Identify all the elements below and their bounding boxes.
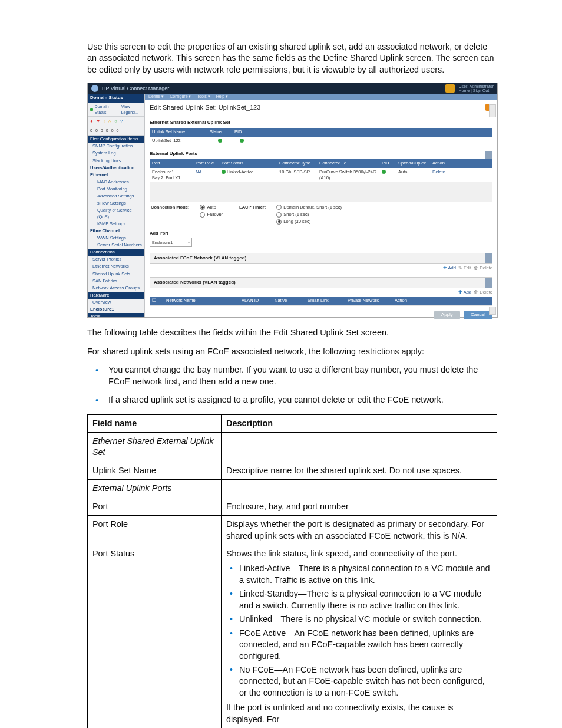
major-icon: ▼ xyxy=(96,118,101,125)
menu-define[interactable]: Define ▾ xyxy=(148,94,164,99)
col-status: Status xyxy=(207,128,232,136)
sidebar-item-snmp[interactable]: SNMP Configuration xyxy=(88,143,144,150)
menu-tools[interactable]: Tools ▾ xyxy=(197,94,210,99)
radio-lacp-domain[interactable]: Domain Default, Short (1 sec) xyxy=(276,205,342,210)
sidebar-item-overview[interactable]: Overview xyxy=(88,299,144,306)
sidebar: Domain Status Domain Status View Legend.… xyxy=(88,94,145,317)
radio-lacp-long[interactable]: Long (30 sec) xyxy=(276,219,342,225)
col-port: Port xyxy=(150,159,193,167)
net-add-link[interactable]: Add xyxy=(464,289,471,295)
restriction-item: If a shared uplink set is assigned to a … xyxy=(108,394,497,406)
col-speed: Speed/Duplex xyxy=(396,159,430,167)
app-title-bar: HP Virtual Connect Manager User: Adminis… xyxy=(88,83,497,94)
fcoe-add-link[interactable]: Add xyxy=(448,265,455,271)
scrollbar-up-icon[interactable] xyxy=(489,104,496,117)
sidebar-item-portmon[interactable]: Port Monitoring xyxy=(88,186,144,193)
chevron-down-icon: ▾ xyxy=(188,240,190,245)
restrictions-lead-paragraph: For shared uplink sets using an FCoE ass… xyxy=(87,346,497,357)
scrollbar-down-icon[interactable] xyxy=(489,307,496,315)
port-status-list: Linked-Active—There is a physical connec… xyxy=(226,563,492,699)
sidebar-item-users[interactable]: Users/Authentication xyxy=(88,164,144,172)
col-uplink-name: Uplink Set Name xyxy=(150,128,207,136)
port-status-item: No FCoE—An FCoE network has been defined… xyxy=(239,664,492,699)
port-status-item: FCoE Active—An FCoE network has been def… xyxy=(239,628,492,662)
add-port-combo[interactable]: Enclosure1▾ xyxy=(150,238,192,247)
sidebar-item-ethernet[interactable]: Ethernet xyxy=(88,172,144,179)
menu-help[interactable]: Help ▾ xyxy=(216,94,228,99)
delete-link[interactable]: Delete xyxy=(430,168,451,182)
radio-failover[interactable]: Failover xyxy=(200,212,223,218)
td-field-name: Port xyxy=(88,498,222,515)
sidebar-item-wwn[interactable]: WWN Settings xyxy=(88,235,144,242)
ext-ports-title: External Uplink Ports xyxy=(150,151,485,157)
intro-paragraph: Use this screen to edit the properties o… xyxy=(87,41,497,75)
app-screenshot: HP Virtual Connect Manager User: Adminis… xyxy=(87,83,498,318)
status-ok-icon xyxy=(218,139,222,143)
critical-icon: ● xyxy=(90,118,93,125)
sidebar-item-sflow[interactable]: sFlow Settings xyxy=(88,200,144,207)
port-status-tail: If the port is unlinked and no connectiv… xyxy=(226,702,492,725)
sidebar-item-profiles[interactable]: Server Profiles xyxy=(88,256,144,263)
sidebar-tools-head: Tools xyxy=(88,313,144,317)
ext-ports-panel: External Uplink Ports Port Port Role Por… xyxy=(150,151,492,248)
sidebar-item-enclosure1[interactable]: Enclosure1 xyxy=(88,306,144,313)
sidebar-hardware-head: Hardware xyxy=(88,292,144,299)
col-port-status: Port Status xyxy=(219,159,277,167)
sidebar-item-eth-nets[interactable]: Ethernet Networks xyxy=(88,263,144,270)
sidebar-item-advanced[interactable]: Advanced Settings xyxy=(88,193,144,200)
sidebar-connections-head: Connections xyxy=(88,249,144,256)
radio-auto[interactable]: Auto xyxy=(200,205,223,210)
checkbox-header-icon[interactable]: ☐ xyxy=(152,298,156,303)
sidebar-item-igmp[interactable]: IGMP Settings xyxy=(88,220,144,228)
sidebar-item-san[interactable]: SAN Fabrics xyxy=(88,278,144,285)
eth-set-title: Ethernet Shared External Uplink Set xyxy=(150,120,492,126)
sidebar-item-stacking[interactable]: Stacking Links xyxy=(88,157,144,164)
td-desc: Shows the link status, link speed, and c… xyxy=(222,545,497,729)
collapse-icon[interactable] xyxy=(485,151,492,159)
col-pid2: PID xyxy=(379,159,396,167)
cell-uplink-name[interactable]: UplinkSet_123 xyxy=(150,137,207,145)
sidebar-item-syslog[interactable]: System Log xyxy=(88,150,144,157)
col-conn-type: Connector Type xyxy=(277,159,317,167)
apply-button[interactable]: Apply xyxy=(434,311,460,319)
col-pid: PID xyxy=(232,128,251,136)
sidebar-status-icons: ● ▼ ! △ ○ ? xyxy=(88,117,144,127)
app-title: HP Virtual Connect Manager xyxy=(102,85,169,92)
collapse-icon[interactable] xyxy=(485,253,492,263)
menu-bar[interactable]: Define ▾ Configure ▾ Tools ▾ Help ▾ xyxy=(145,94,497,99)
page-title: Edit Shared Uplink Set: UplinkSet_123 xyxy=(150,103,260,112)
cancel-button[interactable]: Cancel xyxy=(464,311,492,319)
pid-ok-icon xyxy=(382,170,386,174)
sidebar-item-mac[interactable]: MAC Addresses xyxy=(88,179,144,186)
hp-logo-icon xyxy=(91,85,98,92)
radio-lacp-short[interactable]: Short (1 sec) xyxy=(276,212,342,218)
collapse-icon[interactable] xyxy=(485,278,492,288)
assoc-net-header: ☐ Network Name VLAN ID Native Smart Link… xyxy=(150,297,492,305)
radio-icon xyxy=(276,205,282,210)
radio-icon xyxy=(276,219,282,225)
col-connected: Connected To xyxy=(317,159,379,167)
td-field-name: Port Role xyxy=(88,516,222,545)
assoc-net-body-empty xyxy=(150,305,492,306)
col-action: Action xyxy=(430,159,451,167)
session-user-info: User: Administrator Home | Sign Out xyxy=(458,84,494,93)
sidebar-item-qos[interactable]: Quality of Service (QoS) xyxy=(88,207,144,220)
sidebar-item-fc[interactable]: Fibre Channel xyxy=(88,228,144,235)
link-ok-icon xyxy=(222,170,226,174)
fcoe-delete-disabled: 🗑 Delete xyxy=(474,265,492,271)
td-field-name: Uplink Set Name xyxy=(88,462,222,479)
sidebar-item-shared-uplink[interactable]: Shared Uplink Sets xyxy=(88,271,144,278)
sidebar-item-serial[interactable]: Server Serial Numbers xyxy=(88,242,144,249)
fields-intro-paragraph: The following table describes the fields… xyxy=(87,327,497,338)
radio-icon xyxy=(276,212,282,218)
menu-configure[interactable]: Configure ▾ xyxy=(170,94,191,99)
port-status-item: Unlinked—There is no physical VC module … xyxy=(239,614,492,625)
ok-icon: ○ xyxy=(114,118,117,125)
sidebar-item-nag[interactable]: Network Access Groups xyxy=(88,285,144,292)
restrictions-list: You cannot change the bay number. If you… xyxy=(87,364,497,406)
view-legend-link[interactable]: View Legend... xyxy=(121,104,142,115)
td-field-name: Ethernet Shared External Uplink Set xyxy=(88,432,222,462)
sidebar-status-row[interactable]: Domain Status View Legend... xyxy=(88,103,144,117)
field-description-table: Field name Description Ethernet Shared E… xyxy=(87,414,497,729)
warning-icon: △ xyxy=(108,118,111,125)
